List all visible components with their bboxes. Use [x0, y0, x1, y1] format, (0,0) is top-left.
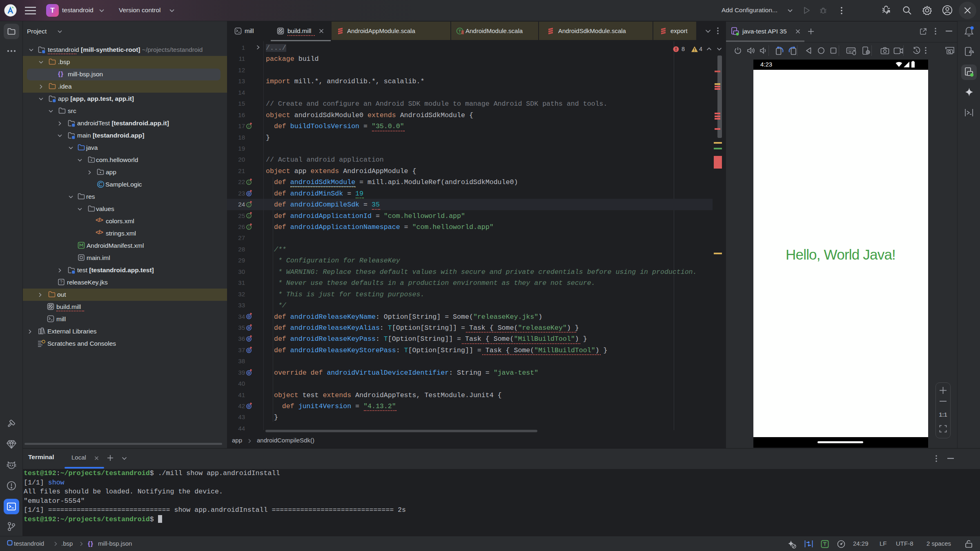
svg-text:I: I — [248, 203, 249, 207]
svg-text:?: ? — [60, 280, 62, 284]
svg-text:I: I — [248, 180, 249, 184]
svg-text:I: I — [248, 225, 249, 229]
svg-text:I: I — [248, 214, 249, 218]
svg-text:I: I — [248, 124, 249, 129]
